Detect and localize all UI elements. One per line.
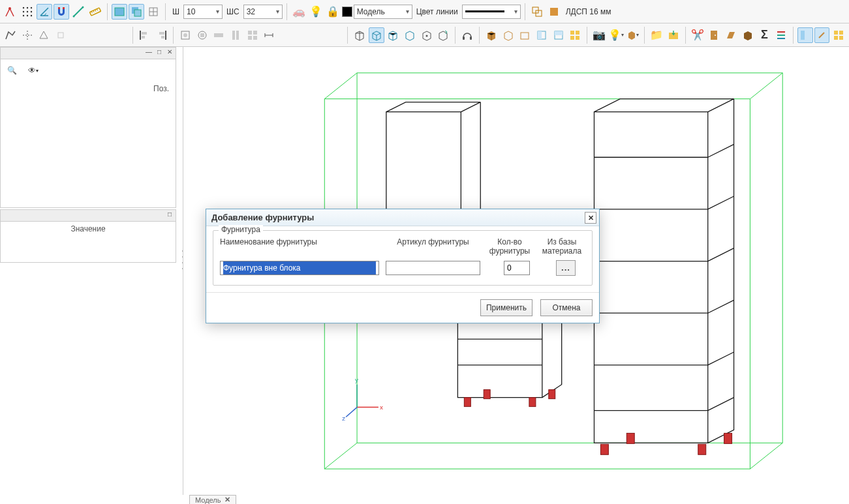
draw-line-icon[interactable] <box>70 4 86 20</box>
svg-line-88 <box>708 398 734 411</box>
lock-icon[interactable]: 🔒 <box>325 4 341 20</box>
tab-close-icon[interactable]: ✕ <box>224 496 230 504</box>
box-wire-icon[interactable] <box>501 27 516 43</box>
model-tab[interactable]: Модель✕ <box>189 495 236 504</box>
lightbulb-icon[interactable]: 💡 <box>308 4 324 20</box>
panel-2-maximize-icon[interactable]: □ <box>165 210 174 219</box>
grid-icon[interactable] <box>20 4 35 20</box>
angle-snap-icon[interactable] <box>37 4 52 20</box>
list-icon[interactable] <box>773 27 789 43</box>
svg-rect-58 <box>711 31 717 40</box>
toolbar-row-2: 📷 💡▾ ▾ 📁 ✂️ Σ <box>0 23 849 47</box>
panel-icon[interactable] <box>723 27 739 43</box>
model-select[interactable]: Модель <box>354 5 412 19</box>
snap-vertex-icon[interactable] <box>3 4 18 20</box>
tool-d-icon[interactable] <box>228 27 243 43</box>
svg-rect-37 <box>214 33 223 37</box>
tool-b-icon[interactable] <box>194 27 210 43</box>
folder-in-icon[interactable] <box>666 27 681 43</box>
draw-poly-icon[interactable] <box>3 27 18 43</box>
plane-icon[interactable] <box>36 27 52 43</box>
tool-grid-icon[interactable] <box>245 27 260 43</box>
article-input[interactable] <box>386 261 480 275</box>
ws-select[interactable]: 32 <box>243 5 283 19</box>
material-label: ЛДСП 16 мм <box>566 7 611 16</box>
magnet-icon[interactable] <box>54 4 69 20</box>
qty-input[interactable] <box>504 261 530 275</box>
dialog-titlebar[interactable]: Добавление фурнитуры ✕ <box>206 209 599 226</box>
view-layout-icon[interactable] <box>797 27 813 43</box>
svg-point-12 <box>73 15 75 17</box>
apply-button[interactable]: Применить <box>480 299 533 316</box>
tool-a-icon[interactable] <box>178 27 193 43</box>
bulb-drop-icon[interactable]: 💡▾ <box>608 27 624 43</box>
svg-point-34 <box>183 33 187 37</box>
sheet-copy-icon[interactable] <box>129 4 144 20</box>
view-edit-icon[interactable] <box>814 27 830 43</box>
svg-rect-52 <box>555 31 563 35</box>
toolbar-row-1: Ш 10 ШС 32 🚗 💡 🔒 Модель Цвет линии ЛДСП … <box>0 0 849 23</box>
dimension-icon[interactable] <box>262 27 277 43</box>
svg-line-86 <box>708 352 734 365</box>
svg-line-15 <box>91 11 92 13</box>
axes-icon[interactable] <box>20 27 35 43</box>
eye-dropdown-icon[interactable]: 👁▾ <box>26 63 40 78</box>
cursor-snap-icon[interactable] <box>53 27 69 43</box>
cube-front-icon[interactable] <box>352 27 367 43</box>
measure-icon[interactable] <box>87 4 103 20</box>
align-right-icon[interactable] <box>153 27 169 43</box>
panel-maximize-icon[interactable]: □ <box>155 48 164 57</box>
view-tiles-icon[interactable] <box>831 27 846 43</box>
align-left-icon[interactable] <box>137 27 153 43</box>
dialog-close-button[interactable]: ✕ <box>585 212 596 224</box>
svg-rect-10 <box>58 7 60 9</box>
cube-refresh-icon[interactable] <box>436 27 452 43</box>
svg-rect-46 <box>463 37 465 40</box>
svg-rect-76 <box>594 112 707 443</box>
scissors-icon[interactable]: ✂️ <box>690 27 705 43</box>
crate-icon[interactable] <box>740 27 756 43</box>
car-icon[interactable]: 🚗 <box>291 4 307 20</box>
cube-iso4-icon[interactable] <box>419 27 435 43</box>
box-top-icon[interactable] <box>551 27 566 43</box>
layers-icon[interactable] <box>529 4 545 20</box>
browse-button[interactable]: ... <box>556 260 576 276</box>
cube-iso1-icon[interactable] <box>369 27 384 43</box>
box-drop-icon[interactable]: ▾ <box>625 27 641 43</box>
folder-icon[interactable]: 📁 <box>649 27 664 43</box>
cube-iso3-icon[interactable] <box>402 27 418 43</box>
cancel-button[interactable]: Отмена <box>540 299 593 316</box>
search-icon[interactable]: 🔍 <box>5 63 19 78</box>
door-icon[interactable] <box>707 27 722 43</box>
svg-line-84 <box>708 300 734 313</box>
column-pos-header: Поз. <box>153 84 169 93</box>
svg-point-9 <box>31 14 32 16</box>
box-solid-icon[interactable] <box>484 27 499 43</box>
svg-rect-39 <box>236 31 239 40</box>
svg-rect-95 <box>626 433 634 443</box>
sheet-reverse-icon[interactable] <box>146 4 161 20</box>
svg-rect-91 <box>484 390 490 399</box>
name-input[interactable] <box>220 261 379 275</box>
camera-icon[interactable]: 📷 <box>591 27 607 43</box>
sigma-icon[interactable]: Σ <box>757 27 773 43</box>
box-open-icon[interactable] <box>517 27 533 43</box>
svg-rect-29 <box>142 36 145 38</box>
grid4-icon[interactable] <box>567 27 583 43</box>
color-swatch[interactable] <box>342 7 352 17</box>
headphones-icon[interactable] <box>459 27 475 43</box>
panel-minimize-icon[interactable]: — <box>144 48 153 57</box>
width-select[interactable]: 10 <box>183 5 223 19</box>
svg-point-1 <box>23 7 24 8</box>
svg-rect-92 <box>549 390 555 399</box>
line-style-select[interactable] <box>462 5 521 19</box>
tool-c-icon[interactable] <box>211 27 226 43</box>
material-box-icon[interactable] <box>546 4 562 20</box>
cube-iso2-icon[interactable] <box>386 27 401 43</box>
panel-2-titlebar: □ <box>1 210 176 222</box>
svg-line-17 <box>95 9 96 11</box>
sheet-icon[interactable] <box>112 4 127 20</box>
svg-rect-53 <box>570 31 574 35</box>
panel-close-icon[interactable]: ✕ <box>165 48 174 57</box>
box-side-icon[interactable] <box>534 27 549 43</box>
